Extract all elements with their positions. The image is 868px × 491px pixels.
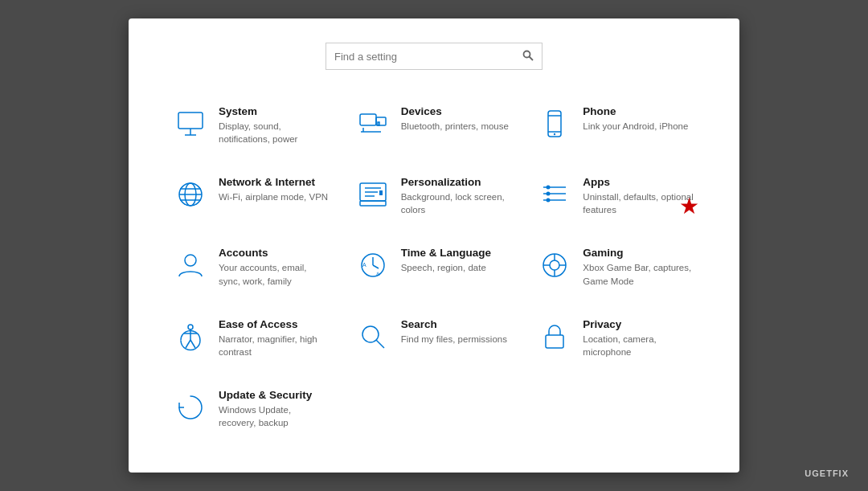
svg-point-31: [185, 255, 196, 266]
svg-point-38: [550, 260, 559, 270]
gaming-title: Gaming: [583, 247, 694, 259]
apps-title: Apps: [583, 176, 694, 188]
network-text: Network & Internet Wi-Fi, airplane mode,…: [219, 176, 328, 203]
privacy-desc: Location, camera, microphone: [583, 333, 694, 358]
svg-line-49: [376, 340, 384, 348]
apps-text: Apps Uninstall, defaults, optional featu…: [583, 176, 694, 216]
svg-rect-9: [378, 122, 379, 125]
devices-text: Devices Bluetooth, printers, mouse: [401, 105, 509, 133]
svg-rect-5: [360, 114, 376, 125]
settings-window: System Display, sound, notifications, po…: [129, 18, 739, 473]
network-title: Network & Internet: [219, 176, 328, 188]
setting-system[interactable]: System Display, sound, notifications, po…: [161, 94, 343, 157]
privacy-icon: [538, 320, 571, 354]
svg-rect-50: [546, 335, 563, 348]
update-text: Update & Security Windows Update, recove…: [219, 389, 330, 429]
accounts-desc: Your accounts, email, sync, work, family: [219, 261, 330, 287]
svg-rect-20: [360, 201, 386, 206]
time-text: Time & Language Speech, region, date: [401, 247, 491, 274]
system-title: System: [219, 105, 330, 117]
devices-title: Devices: [401, 105, 509, 117]
svg-point-30: [547, 198, 551, 203]
search-setting-icon: [356, 320, 390, 354]
search-input[interactable]: [334, 51, 522, 63]
search-icon: [522, 50, 534, 63]
time-desc: Speech, region, date: [401, 261, 491, 274]
system-icon: [174, 107, 207, 141]
time-icon: A あ: [356, 248, 390, 282]
update-title: Update & Security: [219, 389, 330, 401]
devices-desc: Bluetooth, printers, mouse: [401, 120, 509, 133]
setting-personalization[interactable]: Personalization Background, lock screen,…: [343, 165, 526, 227]
gaming-icon: [538, 248, 571, 282]
ease-title: Ease of Access: [219, 318, 330, 330]
personalization-icon: [356, 178, 390, 211]
phone-desc: Link your Android, iPhone: [583, 120, 688, 133]
accounts-icon: [174, 248, 207, 282]
search-title: Search: [401, 318, 507, 330]
accounts-text: Accounts Your accounts, email, sync, wor…: [219, 247, 330, 287]
watermark: UGETFIX: [805, 468, 849, 478]
setting-accounts[interactable]: Accounts Your accounts, email, sync, wor…: [161, 235, 343, 298]
setting-apps[interactable]: Apps Uninstall, defaults, optional featu…: [525, 165, 707, 227]
network-icon: [174, 178, 207, 211]
phone-text: Phone Link your Android, iPhone: [583, 105, 688, 133]
svg-line-1: [530, 56, 534, 60]
svg-point-29: [547, 192, 551, 196]
phone-title: Phone: [583, 105, 688, 117]
svg-point-43: [188, 325, 193, 329]
network-desc: Wi-Fi, airplane mode, VPN: [219, 190, 328, 203]
ease-text: Ease of Access Narrator, magnifier, high…: [219, 318, 330, 358]
setting-ease[interactable]: Ease of Access Narrator, magnifier, high…: [161, 307, 343, 370]
svg-point-0: [524, 51, 530, 57]
ease-icon: [174, 320, 207, 354]
search-desc: Find my files, permissions: [401, 333, 507, 346]
privacy-text: Privacy Location, camera, microphone: [583, 318, 694, 358]
personalization-title: Personalization: [401, 176, 513, 188]
svg-rect-10: [548, 111, 561, 137]
svg-rect-2: [178, 113, 203, 129]
system-desc: Display, sound, notifications, power: [219, 120, 330, 145]
svg-line-46: [186, 340, 190, 348]
update-icon: [174, 391, 207, 424]
svg-point-28: [547, 186, 551, 190]
accounts-title: Accounts: [219, 247, 330, 259]
setting-network[interactable]: Network & Internet Wi-Fi, airplane mode,…: [161, 165, 343, 227]
svg-line-47: [190, 340, 195, 348]
settings-grid: System Display, sound, notifications, po…: [161, 94, 707, 440]
setting-search[interactable]: Search Find my files, permissions: [343, 307, 526, 370]
update-desc: Windows Update, recovery, backup: [219, 403, 330, 429]
ease-desc: Narrator, magnifier, high contrast: [219, 333, 330, 358]
setting-time[interactable]: A あ Time & Language Speech, region, date: [343, 235, 526, 298]
setting-update[interactable]: Update & Security Windows Update, recove…: [161, 378, 343, 440]
svg-text:あ: あ: [376, 271, 380, 276]
personalization-desc: Background, lock screen, colors: [401, 190, 513, 216]
apps-icon: [538, 178, 571, 211]
setting-phone[interactable]: Phone Link your Android, iPhone: [525, 94, 707, 157]
personalization-text: Personalization Background, lock screen,…: [401, 176, 513, 216]
privacy-title: Privacy: [583, 318, 694, 330]
svg-point-13: [554, 133, 555, 135]
svg-rect-24: [379, 190, 383, 195]
time-title: Time & Language: [401, 247, 491, 259]
setting-devices[interactable]: Devices Bluetooth, printers, mouse: [343, 94, 526, 157]
system-text: System Display, sound, notifications, po…: [219, 105, 330, 145]
phone-icon: [538, 107, 571, 141]
search-bar-container: [161, 43, 707, 70]
gaming-desc: Xbox Game Bar, captures, Game Mode: [583, 261, 694, 287]
svg-line-34: [373, 265, 379, 268]
setting-gaming[interactable]: Gaming Xbox Game Bar, captures, Game Mod…: [525, 235, 707, 298]
apps-desc: Uninstall, defaults, optional features: [583, 190, 694, 216]
setting-privacy[interactable]: Privacy Location, camera, microphone: [525, 307, 707, 370]
devices-icon: [356, 107, 390, 141]
search-text: Search Find my files, permissions: [401, 318, 507, 346]
search-bar[interactable]: [326, 43, 542, 70]
gaming-text: Gaming Xbox Game Bar, captures, Game Mod…: [583, 247, 694, 287]
svg-text:A: A: [362, 262, 366, 268]
